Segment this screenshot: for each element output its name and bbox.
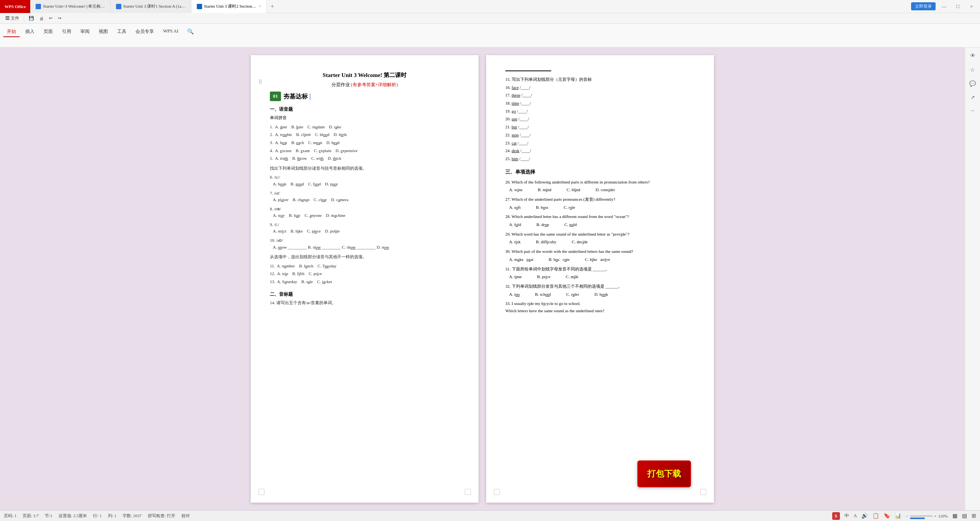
zoom-control[interactable]: − + 110% [906, 514, 948, 518]
section-title-block: 01 夯基达标 | [270, 91, 459, 102]
layout-icon-2[interactable]: ▤ [962, 513, 967, 519]
mc-q29: 29. Which word has the same sound of the… [505, 231, 695, 246]
question-3: 3. A. beat B. each C. mean D. head [270, 139, 459, 146]
undo-btn[interactable]: ↩ [47, 14, 55, 23]
question-9: 9. /iː/ A. strict B. bike C. piece D. po… [270, 221, 459, 235]
zoom-out-btn[interactable]: − [906, 514, 908, 518]
questions-1-5: 1. A. date B. hate C. madam D. take 2. A… [270, 124, 459, 162]
question-8: 8. /eə/ A. stay B. hair C. anyone D. mac… [270, 206, 459, 219]
question-15: 15. 写出下列单词划线部分（元音字母）的音标 [505, 76, 695, 83]
ribbon-tab-vip[interactable]: 会员专享 [132, 27, 158, 36]
status-page-count: 页面: 1/7 [23, 513, 39, 519]
question-2: 2. A. trouble B. climb C. blood D. birth [270, 131, 459, 138]
minimize-button[interactable]: — [939, 1, 949, 12]
status-col: 列: 1 [108, 513, 116, 519]
q21: 21. but /____/ [505, 123, 695, 131]
doc-subtitle: 分层作业 (有参考答案+详细解析) [270, 81, 459, 88]
login-button[interactable]: 立即登录 [911, 2, 936, 10]
page2-corner-bl [494, 489, 500, 495]
q25: 25. him /____/ [505, 155, 695, 162]
status-page-num: 页码: 1 [4, 513, 16, 519]
doc-tab-2[interactable]: Starter Unit 3 课时1 Section A (1a… [111, 0, 191, 13]
eye-icon[interactable]: 👁 [967, 51, 978, 61]
ribbon-tab-insert[interactable]: 插入 [21, 27, 38, 36]
page-corner-mark-bl [258, 489, 265, 495]
pronunciation-questions: 16. face /____/ 17. these /____/ 18. tim… [505, 84, 695, 162]
mc-q32: 32. 下列单词划线部分发音与其他三个不相同的选项是 ______。 A. to… [505, 283, 695, 298]
share-icon[interactable]: ↗ [967, 92, 978, 103]
ribbon-tab-review[interactable]: 审阅 [77, 27, 93, 36]
zoom-in-btn[interactable]: + [934, 514, 937, 518]
ribbon-tab-ref[interactable]: 引用 [58, 27, 75, 36]
wps-logo[interactable]: WPS Office [0, 0, 30, 13]
new-tab-button[interactable]: + [267, 0, 278, 13]
q17: 17. these /____/ [505, 92, 695, 99]
print-btn[interactable]: 🖨 [37, 14, 46, 23]
q16: 16. face /____/ [505, 84, 695, 91]
mc-q33: 33. I usually ride my bicycle to go to s… [505, 300, 695, 314]
status-position: 设置值: 2.5厘米 [59, 513, 87, 519]
zoom-level-text: 110% [938, 514, 948, 518]
comment-icon[interactable]: 💬 [967, 78, 978, 89]
doc-icon-1 [36, 4, 41, 9]
window-controls: 立即登录 — □ × [911, 1, 980, 12]
ribbon-tab-page[interactable]: 页面 [40, 27, 57, 36]
page2-top-rule [505, 70, 551, 71]
layout-icon-3[interactable]: ⊞ [972, 513, 976, 519]
section-badge: 01 [270, 92, 281, 101]
part2-title: 二、音标题 [270, 291, 459, 298]
titlebar: WPS Office Starter Unit+3 Welcome! (单元检…… [0, 0, 980, 13]
subtitle-red: (有参考答案+详细解析) [351, 82, 398, 87]
question-10: 10. /aʊ/ A. snow _________ B. slow _____… [270, 237, 459, 251]
maximize-button[interactable]: □ [952, 1, 963, 12]
close-button[interactable]: × [966, 1, 977, 12]
statusbar: 页码: 1 页面: 1/7 节:1 设置值: 2.5厘米 行: 1 列: 1 字… [0, 510, 980, 521]
q22: 22. stop /____/ [505, 131, 695, 139]
q24: 24. desk /____/ [505, 147, 695, 154]
file-menu[interactable]: ☰ 文件 [3, 14, 21, 23]
question-14: 14. 请写出五个含有/æ/音素的单词。 [270, 300, 459, 306]
part1-title: 一、语音题 [270, 106, 459, 113]
question-6: 6. /uː/ A. book B. good C. food D. poor [270, 174, 459, 187]
ribbon-tab-ai[interactable]: WPS AI [159, 27, 182, 36]
instruction-1: 找出下列单词划线部分读音与括号音标相同的选项。 [270, 165, 459, 172]
save-btn[interactable]: 💾 [26, 14, 36, 23]
more-icon[interactable]: ··· [967, 106, 978, 116]
status-row: 行: 1 [93, 513, 101, 519]
page-title-block: Starter Unit 3 Welcome! 第二课时 分层作业 (有参考答案… [270, 70, 459, 88]
doc-tab-1[interactable]: Starter Unit+3 Welcome! (单元检… [30, 0, 110, 13]
q20: 20. use /____/ [505, 115, 695, 123]
download-badge[interactable]: 打包下载 [637, 460, 691, 487]
mc-q26: 26. Which of the following underlined pa… [505, 179, 695, 193]
tab-close-icon[interactable]: × [259, 3, 261, 9]
star-icon[interactable]: ☆ [967, 64, 978, 75]
page-corner-mark-br [465, 489, 471, 495]
q19: 19. go /____/ [505, 108, 695, 115]
ribbon-tab-view[interactable]: 视图 [95, 27, 112, 36]
s-logo: S [832, 512, 840, 520]
question-1: 1. A. date B. hate C. madam D. take [270, 124, 459, 131]
doc-icon-2 [116, 4, 121, 9]
download-text: 打包下载 [647, 467, 681, 481]
doc-icon-3 [197, 4, 202, 9]
phonetic-questions: 6. /uː/ A. book B. good C. food D. poor … [270, 174, 459, 251]
doc-main-title: Starter Unit 3 Welcome! 第二课时 [270, 70, 459, 80]
status-section: 节:1 [45, 513, 52, 519]
mc-q27: 27. Which of the underlined parts pronou… [505, 196, 695, 211]
doc-tab-3[interactable]: Starter Unit 3 课时2 Section… × [191, 0, 267, 13]
ribbon-tab-tools[interactable]: 工具 [113, 27, 130, 36]
right-panel: 👁 ☆ 💬 ↗ ··· [965, 48, 980, 510]
toolbar-sep [24, 15, 24, 22]
drag-handle: ⠿ [258, 78, 262, 87]
mc-q30: 30. Which pair of the words with the und… [505, 248, 695, 263]
redo-btn[interactable]: ↪ [56, 14, 64, 23]
layout-icon-1[interactable]: ▦ [952, 513, 957, 519]
ribbon-tab-start[interactable]: 开始 [3, 27, 20, 37]
instruction-2: 从选项中，选出划线部分读音与其他不一样的选项。 [270, 254, 459, 260]
document-page-1: Starter Unit 3 Welcome! 第二课时 分层作业 (有参考答案… [251, 55, 479, 503]
statusbar-right: S 中 A 🔊 📋 🔖 📊 − + 110% ▦ ▤ ⊞ [832, 512, 976, 520]
zoom-bar [910, 515, 933, 517]
mc-questions-block: 26. Which of the following underlined pa… [505, 179, 695, 315]
quick-access-toolbar: ☰ 文件 💾 🖨 ↩ ↪ [0, 13, 980, 24]
search-icon[interactable]: 🔍 [187, 28, 194, 35]
